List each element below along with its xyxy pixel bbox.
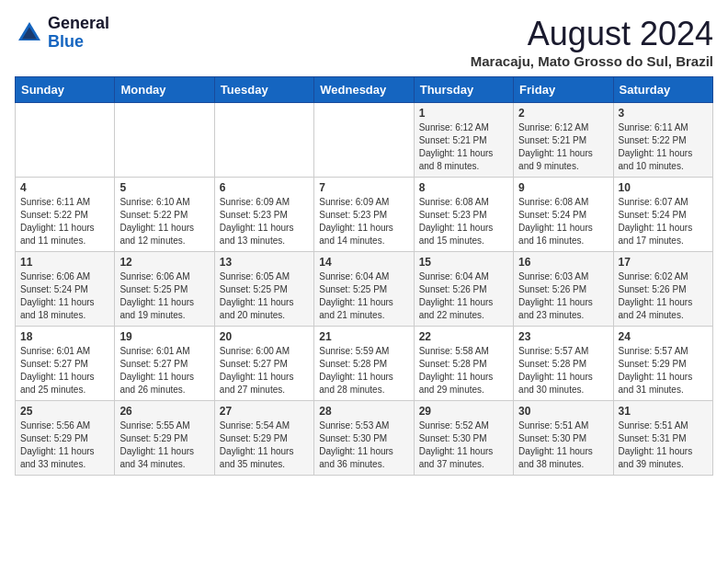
day-number: 29	[419, 405, 508, 418]
calendar-cell: 31Sunrise: 5:51 AMSunset: 5:31 PMDayligh…	[613, 401, 712, 476]
calendar-cell: 10Sunrise: 6:07 AMSunset: 5:24 PMDayligh…	[613, 178, 712, 252]
calendar-cell: 15Sunrise: 6:04 AMSunset: 5:26 PMDayligh…	[414, 252, 513, 327]
day-number: 28	[319, 405, 408, 418]
calendar-cell: 7Sunrise: 6:09 AMSunset: 5:23 PMDaylight…	[314, 178, 414, 252]
day-number: 16	[518, 256, 608, 269]
day-info: Sunrise: 6:12 AMSunset: 5:21 PMDaylight:…	[518, 121, 608, 173]
calendar-cell: 20Sunrise: 6:00 AMSunset: 5:27 PMDayligh…	[214, 327, 313, 401]
title-block: August 2024 Maracaju, Mato Grosso do Sul…	[471, 15, 713, 69]
day-number: 1	[419, 107, 508, 120]
calendar-cell: 25Sunrise: 5:56 AMSunset: 5:29 PMDayligh…	[16, 401, 115, 476]
day-info: Sunrise: 6:06 AMSunset: 5:24 PMDaylight:…	[20, 270, 109, 322]
day-number: 9	[518, 181, 608, 194]
day-number: 6	[220, 181, 309, 194]
day-number: 17	[619, 256, 708, 269]
calendar-cell: 9Sunrise: 6:08 AMSunset: 5:24 PMDaylight…	[514, 178, 613, 252]
calendar-cell: 16Sunrise: 6:03 AMSunset: 5:26 PMDayligh…	[514, 252, 613, 327]
weekday-header-thursday: Thursday	[414, 77, 513, 103]
day-number: 25	[20, 405, 109, 418]
calendar-cell: 2Sunrise: 6:12 AMSunset: 5:21 PMDaylight…	[514, 103, 613, 178]
day-number: 13	[220, 256, 309, 269]
calendar-cell	[314, 103, 414, 178]
logo-text: General Blue	[48, 15, 109, 52]
calendar-cell: 17Sunrise: 6:02 AMSunset: 5:26 PMDayligh…	[613, 252, 712, 327]
day-info: Sunrise: 5:59 AMSunset: 5:28 PMDaylight:…	[319, 345, 408, 396]
calendar-cell: 22Sunrise: 5:58 AMSunset: 5:28 PMDayligh…	[414, 327, 513, 401]
day-info: Sunrise: 5:51 AMSunset: 5:31 PMDaylight:…	[619, 419, 708, 471]
calendar-cell: 30Sunrise: 5:51 AMSunset: 5:30 PMDayligh…	[514, 401, 613, 476]
day-info: Sunrise: 5:55 AMSunset: 5:29 PMDaylight:…	[119, 419, 209, 471]
day-number: 5	[119, 181, 209, 194]
logo-general: General	[48, 14, 109, 32]
logo: General Blue	[15, 15, 109, 52]
calendar-cell: 28Sunrise: 5:53 AMSunset: 5:30 PMDayligh…	[314, 401, 414, 476]
day-info: Sunrise: 6:10 AMSunset: 5:22 PMDaylight:…	[119, 196, 209, 247]
calendar-cell: 23Sunrise: 5:57 AMSunset: 5:28 PMDayligh…	[514, 327, 613, 401]
day-number: 14	[319, 256, 408, 269]
day-number: 11	[20, 256, 109, 269]
calendar-week-1: 1Sunrise: 6:12 AMSunset: 5:21 PMDaylight…	[16, 103, 713, 178]
day-number: 23	[518, 330, 608, 343]
day-info: Sunrise: 5:57 AMSunset: 5:29 PMDaylight:…	[619, 345, 708, 396]
day-number: 19	[119, 330, 209, 343]
day-info: Sunrise: 5:58 AMSunset: 5:28 PMDaylight:…	[419, 345, 508, 396]
day-info: Sunrise: 6:08 AMSunset: 5:24 PMDaylight:…	[518, 196, 608, 247]
location-subtitle: Maracaju, Mato Grosso do Sul, Brazil	[471, 53, 713, 69]
day-info: Sunrise: 6:02 AMSunset: 5:26 PMDaylight:…	[619, 270, 708, 322]
day-number: 15	[419, 256, 508, 269]
day-info: Sunrise: 6:12 AMSunset: 5:21 PMDaylight:…	[419, 121, 508, 173]
calendar-week-4: 18Sunrise: 6:01 AMSunset: 5:27 PMDayligh…	[16, 327, 713, 401]
calendar-cell: 24Sunrise: 5:57 AMSunset: 5:29 PMDayligh…	[613, 327, 712, 401]
day-info: Sunrise: 6:09 AMSunset: 5:23 PMDaylight:…	[220, 196, 309, 247]
day-number: 24	[619, 330, 708, 343]
day-number: 4	[20, 181, 109, 194]
calendar-cell: 29Sunrise: 5:52 AMSunset: 5:30 PMDayligh…	[414, 401, 513, 476]
calendar-cell: 14Sunrise: 6:04 AMSunset: 5:25 PMDayligh…	[314, 252, 414, 327]
calendar-cell: 21Sunrise: 5:59 AMSunset: 5:28 PMDayligh…	[314, 327, 414, 401]
day-number: 20	[220, 330, 309, 343]
day-info: Sunrise: 5:53 AMSunset: 5:30 PMDaylight:…	[319, 419, 408, 471]
calendar-cell: 8Sunrise: 6:08 AMSunset: 5:23 PMDaylight…	[414, 178, 513, 252]
day-number: 30	[518, 405, 608, 418]
weekday-header-tuesday: Tuesday	[214, 77, 313, 103]
weekday-header-friday: Friday	[514, 77, 613, 103]
day-info: Sunrise: 6:00 AMSunset: 5:27 PMDaylight:…	[220, 345, 309, 396]
day-number: 7	[319, 181, 408, 194]
calendar-cell	[115, 103, 214, 178]
day-info: Sunrise: 5:54 AMSunset: 5:29 PMDaylight:…	[220, 419, 309, 471]
day-info: Sunrise: 6:01 AMSunset: 5:27 PMDaylight:…	[119, 345, 209, 396]
calendar-cell	[214, 103, 313, 178]
calendar-cell: 19Sunrise: 6:01 AMSunset: 5:27 PMDayligh…	[115, 327, 214, 401]
calendar-cell: 13Sunrise: 6:05 AMSunset: 5:25 PMDayligh…	[214, 252, 313, 327]
day-number: 3	[619, 107, 708, 120]
day-number: 31	[619, 405, 708, 418]
day-info: Sunrise: 5:56 AMSunset: 5:29 PMDaylight:…	[20, 419, 109, 471]
logo-icon	[15, 18, 44, 48]
weekday-header-sunday: Sunday	[16, 77, 115, 103]
calendar-week-2: 4Sunrise: 6:11 AMSunset: 5:22 PMDaylight…	[16, 178, 713, 252]
day-info: Sunrise: 6:01 AMSunset: 5:27 PMDaylight:…	[20, 345, 109, 396]
day-info: Sunrise: 6:04 AMSunset: 5:26 PMDaylight:…	[419, 270, 508, 322]
day-info: Sunrise: 6:11 AMSunset: 5:22 PMDaylight:…	[20, 196, 109, 247]
calendar-cell: 6Sunrise: 6:09 AMSunset: 5:23 PMDaylight…	[214, 178, 313, 252]
day-info: Sunrise: 5:52 AMSunset: 5:30 PMDaylight:…	[419, 419, 508, 471]
day-info: Sunrise: 6:09 AMSunset: 5:23 PMDaylight:…	[319, 196, 408, 247]
day-info: Sunrise: 5:51 AMSunset: 5:30 PMDaylight:…	[518, 419, 608, 471]
weekday-header-monday: Monday	[115, 77, 214, 103]
day-number: 2	[518, 107, 608, 120]
calendar-cell: 4Sunrise: 6:11 AMSunset: 5:22 PMDaylight…	[16, 178, 115, 252]
calendar-cell: 11Sunrise: 6:06 AMSunset: 5:24 PMDayligh…	[16, 252, 115, 327]
calendar-week-5: 25Sunrise: 5:56 AMSunset: 5:29 PMDayligh…	[16, 401, 713, 476]
day-number: 8	[419, 181, 508, 194]
day-number: 26	[119, 405, 209, 418]
logo-blue: Blue	[48, 32, 84, 51]
calendar-cell: 18Sunrise: 6:01 AMSunset: 5:27 PMDayligh…	[16, 327, 115, 401]
weekday-header-row: SundayMondayTuesdayWednesdayThursdayFrid…	[16, 77, 713, 103]
day-number: 27	[220, 405, 309, 418]
calendar-cell	[16, 103, 115, 178]
page-header: General Blue August 2024 Maracaju, Mato …	[15, 15, 713, 69]
day-info: Sunrise: 6:11 AMSunset: 5:22 PMDaylight:…	[619, 121, 708, 173]
month-title: August 2024	[471, 15, 713, 53]
day-info: Sunrise: 6:05 AMSunset: 5:25 PMDaylight:…	[220, 270, 309, 322]
calendar-cell: 1Sunrise: 6:12 AMSunset: 5:21 PMDaylight…	[414, 103, 513, 178]
